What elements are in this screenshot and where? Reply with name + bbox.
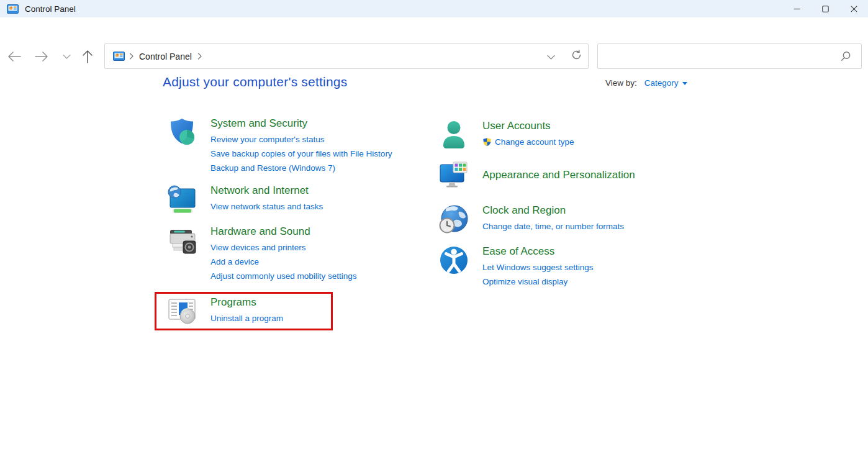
- nav-toolbar: Control Panel: [0, 17, 868, 59]
- network-monitor-icon[interactable]: [166, 184, 197, 215]
- category-title[interactable]: Hardware and Sound: [210, 225, 310, 238]
- control-panel-icon: [7, 4, 19, 14]
- category-clock-and-region: Clock and Region Change date, time, or n…: [438, 204, 624, 235]
- back-button[interactable]: [5, 47, 24, 66]
- category-system-and-security: System and Security Review your computer…: [166, 117, 392, 175]
- page-title: Adjust your computer's settings: [163, 75, 347, 89]
- link-uninstall-program[interactable]: Uninstall a program: [210, 311, 283, 325]
- category-title[interactable]: Network and Internet: [210, 184, 309, 197]
- forward-button[interactable]: [32, 47, 51, 66]
- titlebar: Control Panel: [0, 0, 868, 17]
- category-hardware-and-sound: Hardware and Sound View devices and prin…: [166, 225, 357, 283]
- link-backup-restore[interactable]: Backup and Restore (Windows 7): [210, 161, 392, 175]
- search-box[interactable]: [597, 43, 862, 69]
- category-title[interactable]: Ease of Access: [482, 245, 554, 258]
- address-dropdown-icon[interactable]: [547, 51, 555, 62]
- link-network-status[interactable]: View network status and tasks: [210, 199, 323, 214]
- up-button[interactable]: [78, 47, 97, 66]
- category-user-accounts: User Accounts Change account type: [438, 119, 574, 150]
- category-ease-of-access: Ease of Access Let Windows suggest setti…: [438, 245, 594, 289]
- minimize-button[interactable]: [782, 0, 811, 17]
- link-windows-suggest-settings[interactable]: Let Windows suggest settings: [482, 260, 594, 275]
- close-button[interactable]: [839, 0, 868, 17]
- breadcrumb-control-panel[interactable]: Control Panel: [138, 52, 193, 61]
- link-add-device[interactable]: Add a device: [210, 255, 357, 269]
- maximize-button[interactable]: [811, 0, 839, 17]
- link-devices-printers[interactable]: View devices and printers: [210, 240, 357, 255]
- search-input[interactable]: [604, 44, 834, 68]
- control-panel-icon: [113, 52, 125, 61]
- view-by-dropdown[interactable]: Category: [644, 78, 687, 88]
- user-icon[interactable]: [438, 119, 469, 150]
- link-change-account-type[interactable]: Change account type: [482, 135, 574, 149]
- address-bar[interactable]: Control Panel: [104, 43, 589, 69]
- view-by-label: View by:: [605, 78, 637, 88]
- uac-shield-icon: [482, 137, 492, 147]
- category-title[interactable]: Clock and Region: [482, 204, 566, 217]
- dropdown-arrow-icon: [682, 82, 687, 85]
- programs-icon[interactable]: [166, 296, 197, 327]
- control-panel-window: Control Panel: [0, 0, 868, 454]
- chevron-right-icon: [129, 53, 133, 60]
- category-title[interactable]: System and Security: [210, 117, 307, 130]
- recent-pages-dropdown[interactable]: [57, 47, 76, 66]
- accessibility-icon[interactable]: [438, 245, 469, 276]
- link-mobility-settings[interactable]: Adjust commonly used mobility settings: [210, 269, 357, 283]
- link-optimize-visual-display[interactable]: Optimize visual display: [482, 275, 594, 289]
- window-title: Control Panel: [25, 4, 76, 14]
- link-change-date-time[interactable]: Change date, time, or number formats: [482, 219, 624, 234]
- category-title[interactable]: User Accounts: [482, 119, 551, 133]
- link-review-computer-status[interactable]: Review your computer's status: [210, 132, 392, 147]
- refresh-icon[interactable]: [571, 50, 582, 63]
- category-appearance-and-personalization: Appearance and Personalization: [438, 160, 635, 191]
- printer-icon[interactable]: [166, 225, 197, 256]
- search-icon[interactable]: [841, 51, 851, 64]
- chevron-right-icon[interactable]: [197, 53, 202, 60]
- category-title[interactable]: Appearance and Personalization: [482, 168, 635, 182]
- category-programs: Programs Uninstall a program: [166, 296, 283, 327]
- link-file-history[interactable]: Save backup copies of your files with Fi…: [210, 147, 392, 161]
- shield-icon[interactable]: [166, 117, 197, 148]
- category-network-and-internet: Network and Internet View network status…: [166, 184, 323, 215]
- globe-clock-icon[interactable]: [438, 204, 469, 235]
- category-title[interactable]: Programs: [210, 296, 256, 309]
- monitor-palette-icon[interactable]: [438, 160, 469, 191]
